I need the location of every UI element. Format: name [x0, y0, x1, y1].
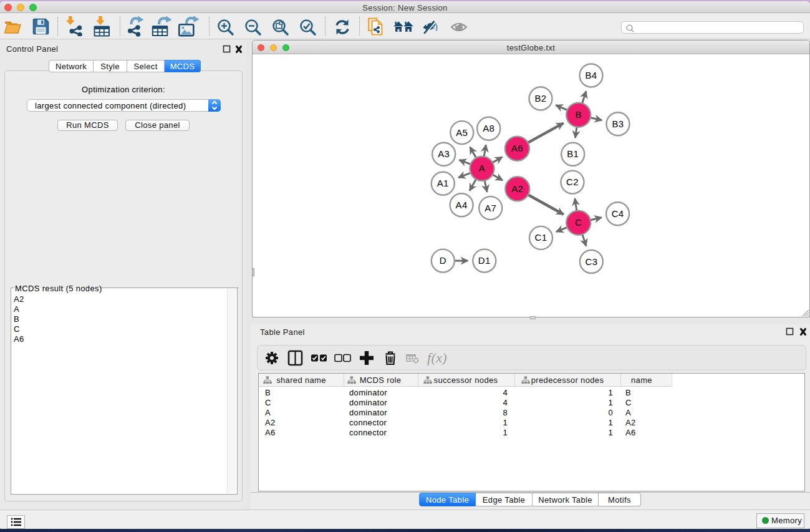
- svg-text:B1: B1: [567, 148, 579, 159]
- svg-text:A1: A1: [437, 178, 449, 188]
- svg-text:f(x): f(x): [427, 350, 447, 365]
- svg-text:B: B: [576, 109, 582, 120]
- svg-text:A4: A4: [456, 200, 468, 210]
- svg-text:A2: A2: [511, 183, 523, 194]
- svg-text:A: A: [479, 163, 485, 173]
- svg-text:C4: C4: [612, 208, 624, 219]
- svg-text:A6: A6: [511, 143, 523, 153]
- svg-text:B3: B3: [612, 118, 624, 129]
- svg-text:A3: A3: [438, 148, 450, 159]
- svg-text:A8: A8: [483, 123, 494, 133]
- svg-text:D: D: [440, 255, 446, 266]
- svg-text:C3: C3: [585, 256, 597, 267]
- svg-text:B2: B2: [534, 93, 546, 104]
- svg-text:C2: C2: [566, 177, 579, 187]
- svg-text:A5: A5: [456, 127, 468, 138]
- svg-text:A7: A7: [485, 203, 496, 213]
- svg-text:D1: D1: [478, 255, 491, 266]
- svg-text:C: C: [575, 217, 582, 228]
- svg-text:B4: B4: [585, 70, 597, 80]
- svg-text:C1: C1: [535, 232, 547, 243]
